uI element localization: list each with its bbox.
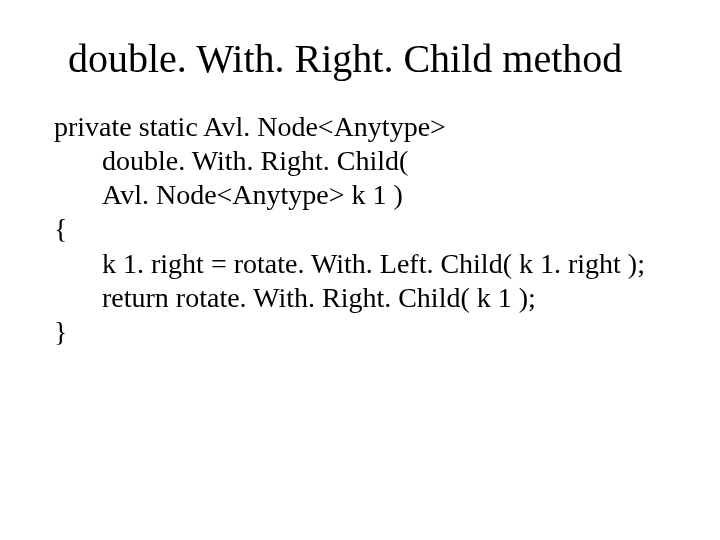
code-line: k 1. right = rotate. With. Left. Child( … [54, 247, 666, 281]
code-line: } [54, 315, 666, 349]
code-line: { [54, 212, 666, 246]
code-line: Avl. Node<Anytype> k 1 ) [54, 178, 666, 212]
slide: double. With. Right. Child method privat… [0, 0, 720, 540]
code-line: return rotate. With. Right. Child( k 1 )… [54, 281, 666, 315]
slide-title: double. With. Right. Child method [54, 36, 666, 82]
code-line: double. With. Right. Child( [54, 144, 666, 178]
code-block: private static Avl. Node<Anytype> double… [54, 110, 666, 349]
code-line: private static Avl. Node<Anytype> [54, 110, 666, 144]
